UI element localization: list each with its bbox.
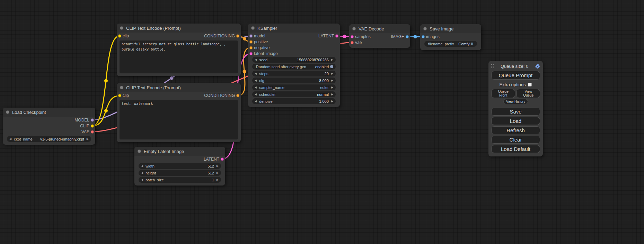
view-history-button[interactable]: View History [503,99,528,104]
node-title-bar[interactable]: CLIP Text Encode (Prompt) [117,24,241,33]
prompt-textarea[interactable]: text, watermark [120,100,238,139]
decrement-arrow-icon[interactable]: ◀ [255,100,257,103]
widget-width[interactable]: ◀ width 512 ▶ [139,163,221,169]
output-label-image: IMAGE [391,34,404,39]
decrement-arrow-icon[interactable]: ◀ [255,72,257,75]
node-vae-decode[interactable]: VAE Decode samples IMAGE vae [349,24,410,48]
node-title-bar[interactable]: VAE Decode [349,24,410,33]
widget-steps[interactable]: ◀ steps 20 ▶ [252,71,336,76]
prompt-textarea[interactable]: beautiful scenery nature glass bottle la… [120,40,238,73]
increment-arrow-icon[interactable]: ▶ [331,100,333,103]
increment-arrow-icon[interactable]: ▶ [331,86,333,89]
widget-filename-prefix[interactable]: filename_prefix ComfyUI [424,41,477,47]
node-title-bar[interactable]: Load Checkpoint [3,108,95,117]
node-canvas[interactable]: Load Checkpoint MODEL CLIP VAE ◀ ckpt_na… [0,0,644,244]
decrement-arrow-icon[interactable]: ◀ [255,93,257,96]
output-slot-latent[interactable] [335,34,338,37]
collapse-dot-icon[interactable] [423,27,427,30]
increment-arrow-icon[interactable]: ▶ [331,79,333,82]
collapse-dot-icon[interactable] [138,150,141,153]
output-slot-conditioning[interactable] [236,34,239,37]
decrement-arrow-icon[interactable]: ◀ [255,58,257,61]
widget-label: ckpt_name [14,137,33,141]
clear-button[interactable]: Clear [491,136,540,144]
save-button[interactable]: Save [491,108,540,116]
node-clip-text-encode-negative[interactable]: CLIP Text Encode (Prompt) clip CONDITION… [117,83,241,142]
input-label-images: images [426,34,440,39]
output-slot-image[interactable] [406,35,409,38]
widget-batch-size[interactable]: ◀ batch_size 1 ▶ [139,177,221,183]
output-slot-model[interactable] [91,118,94,121]
widget-sampler-name[interactable]: ◀ sampler_name euler ▶ [252,84,336,90]
input-slot-negative[interactable] [249,46,253,49]
widget-seed[interactable]: ◀ seed 156680208700286 ▶ [252,57,336,63]
widget-value: 1.000 [319,99,329,103]
view-queue-button[interactable]: View Queue [517,89,540,98]
widget-label: cfg [259,79,264,83]
queue-front-button[interactable]: Queue Front [491,89,515,98]
load-button[interactable]: Load [491,117,540,125]
output-slot-vae[interactable] [91,130,94,133]
link-midpoint-dot [343,35,346,38]
widget-ckpt-name[interactable]: ◀ ckpt_name v1-5-pruned-emaonly.ckpt ▶ [7,136,91,142]
node-title-bar[interactable]: Save Image [420,24,481,33]
drag-handle-icon[interactable] [491,64,494,69]
node-title-bar[interactable]: Empty Latent Image [134,147,225,156]
output-slot-clip[interactable] [91,124,94,127]
node-title-bar[interactable]: CLIP Text Encode (Prompt) [117,83,241,92]
input-slot-clip[interactable] [118,34,121,37]
refresh-button[interactable]: Refresh [491,126,540,134]
queue-prompt-button[interactable]: Queue Prompt [491,71,540,80]
load-default-button[interactable]: Load Default [491,145,540,153]
input-slot-images[interactable] [422,35,425,38]
increment-arrow-icon[interactable]: ▶ [217,172,219,174]
widget-denoise[interactable]: ◀ denoise 1.000 ▶ [252,98,336,104]
increment-arrow-icon[interactable]: ▶ [217,179,219,181]
output-label-conditioning: CONDITIONING [204,93,235,98]
slot-row: LATENT [134,156,225,162]
collapse-dot-icon[interactable] [251,26,255,30]
node-empty-latent-image[interactable]: Empty Latent Image LATENT ◀ width 512 ▶ … [134,147,225,186]
increment-arrow-icon[interactable]: ▶ [331,58,333,61]
output-label-clip: CLIP [80,124,89,128]
increment-arrow-icon[interactable]: ▶ [87,138,89,141]
decrement-arrow-icon[interactable]: ◀ [255,86,257,89]
output-slot-conditioning[interactable] [236,94,239,97]
toggle-on-dot[interactable] [330,65,333,68]
widget-cfg[interactable]: ◀ cfg 8.000 ▶ [252,78,336,83]
collapse-dot-icon[interactable] [120,26,123,30]
input-slot-model[interactable] [249,34,253,37]
decrement-arrow-icon[interactable]: ◀ [141,179,143,181]
decrement-arrow-icon[interactable]: ◀ [9,138,11,141]
widget-random-seed-toggle[interactable]: Random seed after every gen enabled [252,64,336,70]
increment-arrow-icon[interactable]: ▶ [331,72,333,75]
input-slot-samples[interactable] [351,35,354,38]
decrement-arrow-icon[interactable]: ◀ [141,165,143,168]
collapse-dot-icon[interactable] [352,27,356,30]
node-clip-text-encode-positive[interactable]: CLIP Text Encode (Prompt) clip CONDITION… [117,24,241,76]
link-midpoint-dot [243,70,246,73]
input-slot-latent-image[interactable] [249,52,253,55]
decrement-arrow-icon[interactable]: ◀ [141,172,143,174]
input-slot-clip[interactable] [118,94,121,97]
node-title: KSampler [257,26,277,31]
settings-gear-icon[interactable] [535,64,540,69]
widget-label: batch_size [145,178,164,182]
widget-value: 8.000 [319,79,329,83]
extra-options-checkbox[interactable] [528,83,532,87]
collapse-dot-icon[interactable] [6,110,9,114]
decrement-arrow-icon[interactable]: ◀ [255,79,257,82]
widget-label: height [145,171,156,175]
node-ksampler[interactable]: KSampler model LATENT positive negative … [248,24,340,107]
node-save-image[interactable]: Save Image images filename_prefix ComfyU… [420,24,481,50]
widget-scheduler[interactable]: ◀ scheduler normal ▶ [252,91,336,97]
node-load-checkpoint[interactable]: Load Checkpoint MODEL CLIP VAE ◀ ckpt_na… [3,108,95,145]
node-title-bar[interactable]: KSampler [248,24,340,33]
widget-height[interactable]: ◀ height 512 ▶ [139,170,221,176]
collapse-dot-icon[interactable] [120,86,123,89]
input-slot-vae[interactable] [351,41,354,44]
increment-arrow-icon[interactable]: ▶ [217,165,219,168]
output-slot-latent[interactable] [221,157,224,161]
increment-arrow-icon[interactable]: ▶ [331,93,333,96]
input-slot-positive[interactable] [249,40,253,43]
